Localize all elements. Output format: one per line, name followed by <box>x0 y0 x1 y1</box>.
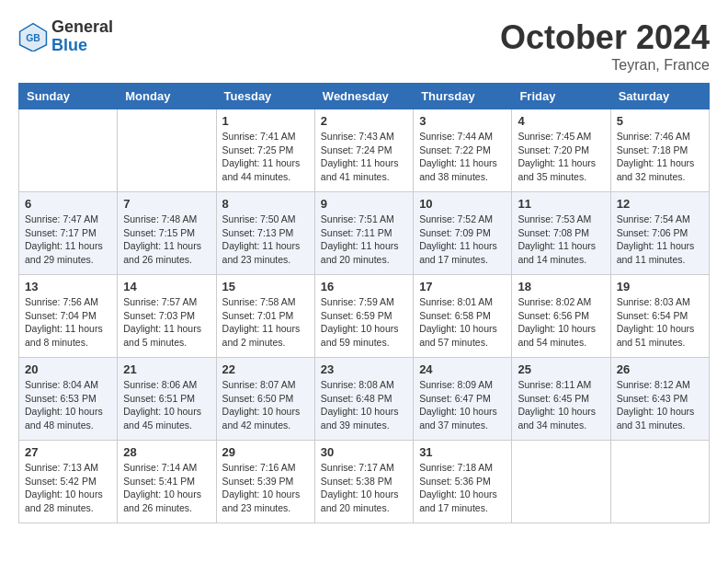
column-header-tuesday: Tuesday <box>216 84 314 109</box>
day-info: Sunrise: 7:58 AMSunset: 7:01 PMDaylight:… <box>222 295 309 350</box>
day-number: 20 <box>25 362 111 376</box>
column-header-monday: Monday <box>118 84 216 109</box>
calendar-cell: 9Sunrise: 7:51 AMSunset: 7:11 PMDaylight… <box>314 192 413 275</box>
day-info: Sunrise: 7:53 AMSunset: 7:08 PMDaylight:… <box>518 213 604 267</box>
calendar-cell: 16Sunrise: 7:59 AMSunset: 6:59 PMDayligh… <box>314 275 413 358</box>
column-header-friday: Friday <box>512 84 610 109</box>
calendar-cell: 28Sunrise: 7:14 AMSunset: 5:41 PMDayligh… <box>118 441 216 523</box>
day-number: 19 <box>617 280 703 293</box>
day-number: 10 <box>419 197 506 211</box>
day-number: 17 <box>419 280 506 293</box>
day-info: Sunrise: 7:41 AMSunset: 7:25 PMDaylight:… <box>222 130 309 184</box>
calendar-cell: 5Sunrise: 7:46 AMSunset: 7:18 PMDaylight… <box>610 109 709 192</box>
calendar-cell: 15Sunrise: 7:58 AMSunset: 7:01 PMDayligh… <box>216 275 314 358</box>
day-info: Sunrise: 7:45 AMSunset: 7:20 PMDaylight:… <box>518 130 604 184</box>
day-number: 21 <box>123 362 210 376</box>
day-info: Sunrise: 8:06 AMSunset: 6:51 PMDaylight:… <box>123 378 210 432</box>
day-info: Sunrise: 7:17 AMSunset: 5:38 PMDaylight:… <box>321 461 407 515</box>
svg-text:GB: GB <box>26 33 40 43</box>
calendar-week-4: 20Sunrise: 8:04 AMSunset: 6:53 PMDayligh… <box>19 358 710 441</box>
calendar-cell: 23Sunrise: 8:08 AMSunset: 6:48 PMDayligh… <box>314 358 413 441</box>
day-info: Sunrise: 7:56 AMSunset: 7:04 PMDaylight:… <box>25 295 111 350</box>
calendar-cell: 20Sunrise: 8:04 AMSunset: 6:53 PMDayligh… <box>19 358 118 441</box>
calendar-cell: 19Sunrise: 8:03 AMSunset: 6:54 PMDayligh… <box>610 275 709 358</box>
logo-icon: GB <box>18 22 48 52</box>
day-info: Sunrise: 8:02 AMSunset: 6:56 PMDaylight:… <box>518 295 604 350</box>
day-number: 27 <box>25 445 111 459</box>
column-header-saturday: Saturday <box>610 84 709 109</box>
calendar-cell: 18Sunrise: 8:02 AMSunset: 6:56 PMDayligh… <box>512 275 610 358</box>
day-number: 31 <box>419 445 506 459</box>
title-block: October 2024 Teyran, France <box>500 18 710 74</box>
logo-blue-text: Blue <box>51 37 113 55</box>
day-number: 12 <box>617 197 703 211</box>
day-number: 13 <box>25 280 111 293</box>
day-info: Sunrise: 7:44 AMSunset: 7:22 PMDaylight:… <box>419 130 506 184</box>
day-info: Sunrise: 8:09 AMSunset: 6:47 PMDaylight:… <box>419 378 506 432</box>
calendar-cell: 21Sunrise: 8:06 AMSunset: 6:51 PMDayligh… <box>118 358 216 441</box>
calendar-table: SundayMondayTuesdayWednesdayThursdayFrid… <box>18 83 710 523</box>
day-info: Sunrise: 7:52 AMSunset: 7:09 PMDaylight:… <box>419 213 506 267</box>
day-info: Sunrise: 7:54 AMSunset: 7:06 PMDaylight:… <box>617 213 703 267</box>
day-number: 5 <box>617 114 703 128</box>
day-info: Sunrise: 7:51 AMSunset: 7:11 PMDaylight:… <box>321 213 407 267</box>
calendar-cell: 12Sunrise: 7:54 AMSunset: 7:06 PMDayligh… <box>610 192 709 275</box>
calendar-cell: 24Sunrise: 8:09 AMSunset: 6:47 PMDayligh… <box>414 358 512 441</box>
day-number: 8 <box>222 197 309 211</box>
calendar-cell: 3Sunrise: 7:44 AMSunset: 7:22 PMDaylight… <box>414 109 512 192</box>
day-info: Sunrise: 7:14 AMSunset: 5:41 PMDaylight:… <box>123 461 210 515</box>
logo: GB General Blue <box>18 18 113 55</box>
column-header-sunday: Sunday <box>19 84 118 109</box>
calendar-cell: 17Sunrise: 8:01 AMSunset: 6:58 PMDayligh… <box>414 275 512 358</box>
logo-general-text: General <box>51 18 113 37</box>
logo-text: General Blue <box>51 18 113 55</box>
calendar-cell: 10Sunrise: 7:52 AMSunset: 7:09 PMDayligh… <box>414 192 512 275</box>
day-info: Sunrise: 8:12 AMSunset: 6:43 PMDaylight:… <box>617 378 703 432</box>
calendar-week-5: 27Sunrise: 7:13 AMSunset: 5:42 PMDayligh… <box>19 441 710 523</box>
day-number: 4 <box>518 114 604 128</box>
calendar-cell <box>118 109 216 192</box>
calendar-cell: 25Sunrise: 8:11 AMSunset: 6:45 PMDayligh… <box>512 358 610 441</box>
day-number: 6 <box>25 197 111 211</box>
calendar-cell: 13Sunrise: 7:56 AMSunset: 7:04 PMDayligh… <box>19 275 118 358</box>
day-number: 7 <box>123 197 210 211</box>
calendar-cell <box>19 109 118 192</box>
day-info: Sunrise: 7:48 AMSunset: 7:15 PMDaylight:… <box>123 213 210 267</box>
day-number: 28 <box>123 445 210 459</box>
day-info: Sunrise: 7:47 AMSunset: 7:17 PMDaylight:… <box>25 213 111 267</box>
day-number: 14 <box>123 280 210 293</box>
day-info: Sunrise: 7:57 AMSunset: 7:03 PMDaylight:… <box>123 295 210 350</box>
day-info: Sunrise: 8:03 AMSunset: 6:54 PMDaylight:… <box>617 295 703 350</box>
month-title: October 2024 <box>500 18 710 57</box>
calendar-cell: 31Sunrise: 7:18 AMSunset: 5:36 PMDayligh… <box>414 441 512 523</box>
day-info: Sunrise: 7:59 AMSunset: 6:59 PMDaylight:… <box>321 295 407 350</box>
day-info: Sunrise: 7:43 AMSunset: 7:24 PMDaylight:… <box>321 130 407 184</box>
calendar-cell: 6Sunrise: 7:47 AMSunset: 7:17 PMDaylight… <box>19 192 118 275</box>
location: Teyran, France <box>500 57 710 74</box>
calendar-cell: 14Sunrise: 7:57 AMSunset: 7:03 PMDayligh… <box>118 275 216 358</box>
day-number: 2 <box>321 114 407 128</box>
calendar-week-3: 13Sunrise: 7:56 AMSunset: 7:04 PMDayligh… <box>19 275 710 358</box>
calendar-week-2: 6Sunrise: 7:47 AMSunset: 7:17 PMDaylight… <box>19 192 710 275</box>
day-info: Sunrise: 7:18 AMSunset: 5:36 PMDaylight:… <box>419 461 506 515</box>
calendar-cell <box>610 441 709 523</box>
calendar-cell: 29Sunrise: 7:16 AMSunset: 5:39 PMDayligh… <box>216 441 314 523</box>
day-number: 16 <box>321 280 407 293</box>
page-header: GB General Blue October 2024 Teyran, Fra… <box>18 18 710 74</box>
calendar-cell: 30Sunrise: 7:17 AMSunset: 5:38 PMDayligh… <box>314 441 413 523</box>
day-number: 3 <box>419 114 506 128</box>
calendar-cell: 2Sunrise: 7:43 AMSunset: 7:24 PMDaylight… <box>314 109 413 192</box>
day-info: Sunrise: 7:50 AMSunset: 7:13 PMDaylight:… <box>222 213 309 267</box>
day-info: Sunrise: 7:46 AMSunset: 7:18 PMDaylight:… <box>617 130 703 184</box>
day-number: 26 <box>617 362 703 376</box>
day-number: 11 <box>518 197 604 211</box>
day-number: 9 <box>321 197 407 211</box>
day-number: 1 <box>222 114 309 128</box>
day-number: 15 <box>222 280 309 293</box>
column-header-thursday: Thursday <box>414 84 512 109</box>
day-number: 22 <box>222 362 309 376</box>
day-info: Sunrise: 8:04 AMSunset: 6:53 PMDaylight:… <box>25 378 111 432</box>
calendar-cell: 1Sunrise: 7:41 AMSunset: 7:25 PMDaylight… <box>216 109 314 192</box>
day-info: Sunrise: 8:01 AMSunset: 6:58 PMDaylight:… <box>419 295 506 350</box>
day-info: Sunrise: 8:08 AMSunset: 6:48 PMDaylight:… <box>321 378 407 432</box>
